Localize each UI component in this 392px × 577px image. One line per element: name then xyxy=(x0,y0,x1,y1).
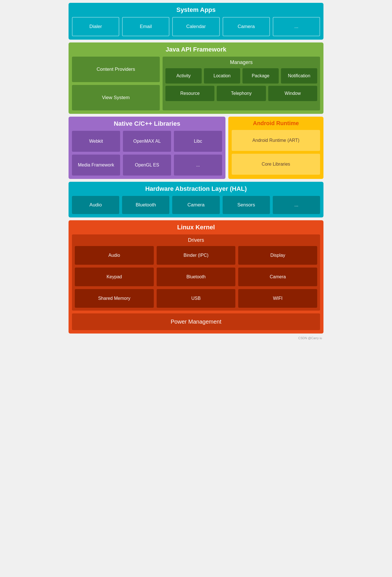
lib-opengl: OpenGL ES xyxy=(123,155,171,176)
android-architecture-diagram: System Apps Dialer Email Calendar Camera… xyxy=(69,3,323,340)
native-libs-section: Native C/C++ Libraries Webkit OpenMAX AL… xyxy=(69,117,225,179)
hal-items: Audio Bluetooth Camera Sensors ... xyxy=(72,196,320,214)
managers-title: Managers xyxy=(165,59,317,65)
native-libs-title: Native C/C++ Libraries xyxy=(72,120,222,127)
hal-more: ... xyxy=(273,196,320,214)
manager-notification: Notification xyxy=(281,68,317,84)
manager-resource: Resource xyxy=(165,86,214,101)
driver-shared-memory: Shared Memory xyxy=(75,289,154,308)
hal-section: Hardware Abstraction Layer (HAL) Audio B… xyxy=(69,182,323,217)
manager-package: Package xyxy=(242,68,279,84)
lib-more: ... xyxy=(174,155,222,176)
content-providers: Content Providers xyxy=(72,57,160,82)
manager-window: Window xyxy=(268,86,317,101)
java-api-section: Java API Framework Content Providers Vie… xyxy=(69,42,323,114)
system-app-camera: Camera xyxy=(223,17,270,36)
android-runtime-title: Android Runtime xyxy=(232,120,320,127)
driver-audio: Audio xyxy=(75,246,154,265)
manager-telephony: Telephony xyxy=(217,86,266,101)
hal-camera: Camera xyxy=(172,196,220,214)
native-runtime-row: Native C/C++ Libraries Webkit OpenMAX AL… xyxy=(69,117,323,179)
driver-binder: Binder (IPC) xyxy=(157,246,236,265)
drivers-box: Drivers Audio Binder (IPC) Display Keypa… xyxy=(72,234,320,311)
driver-keypad: Keypad xyxy=(75,268,154,286)
view-system: View System xyxy=(72,85,160,110)
hal-sensors: Sensors xyxy=(223,196,270,214)
system-app-dialer: Dialer xyxy=(72,17,119,36)
system-apps-title: System Apps xyxy=(72,6,320,14)
linux-kernel-title: Linux Kernel xyxy=(72,224,320,231)
drivers-grid: Audio Binder (IPC) Display Keypad Blueto… xyxy=(75,246,317,308)
java-api-left-col: Content Providers View System xyxy=(72,57,160,110)
native-libs-grid: Webkit OpenMAX AL Libc Media Framework O… xyxy=(72,131,222,176)
lib-media: Media Framework xyxy=(72,155,120,176)
system-app-calendar: Calendar xyxy=(172,17,220,36)
driver-wifi: WIFI xyxy=(238,289,317,308)
java-api-inner: Content Providers View System Managers A… xyxy=(72,57,320,110)
android-runtime-section: Android Runtime Android Runtime (ART) Co… xyxy=(228,117,323,179)
driver-bluetooth: Bluetooth xyxy=(157,268,236,286)
system-app-more: ... xyxy=(273,17,320,36)
lib-openmax: OpenMAX AL xyxy=(123,131,171,152)
manager-activity: Activity xyxy=(165,68,202,84)
lib-webkit: Webkit xyxy=(72,131,120,152)
driver-camera: Camera xyxy=(238,268,317,286)
system-app-email: Email xyxy=(122,17,169,36)
java-api-title: Java API Framework xyxy=(72,46,320,53)
system-apps-items: Dialer Email Calendar Camera ... xyxy=(72,17,320,36)
system-apps-section: System Apps Dialer Email Calendar Camera… xyxy=(69,3,323,40)
core-libraries-item: Core Libraries xyxy=(232,154,320,175)
power-management: Power Management xyxy=(72,313,320,330)
hal-audio: Audio xyxy=(72,196,119,214)
driver-display: Display xyxy=(238,246,317,265)
linux-kernel-section: Linux Kernel Drivers Audio Binder (IPC) … xyxy=(69,220,323,334)
drivers-title: Drivers xyxy=(75,237,317,243)
manager-location: Location xyxy=(204,68,240,84)
lib-libc: Libc xyxy=(174,131,222,152)
managers-row2: Resource Telephony Window xyxy=(165,86,317,101)
art-item: Android Runtime (ART) xyxy=(232,130,320,151)
driver-usb: USB xyxy=(157,289,236,308)
managers-row1: Activity Location Package Notification xyxy=(165,68,317,84)
managers-col: Managers Activity Location Package Notif… xyxy=(163,57,320,110)
hal-bluetooth: Bluetooth xyxy=(122,196,169,214)
hal-title: Hardware Abstraction Layer (HAL) xyxy=(72,185,320,193)
watermark: CSDN @Carry iu xyxy=(69,336,323,340)
